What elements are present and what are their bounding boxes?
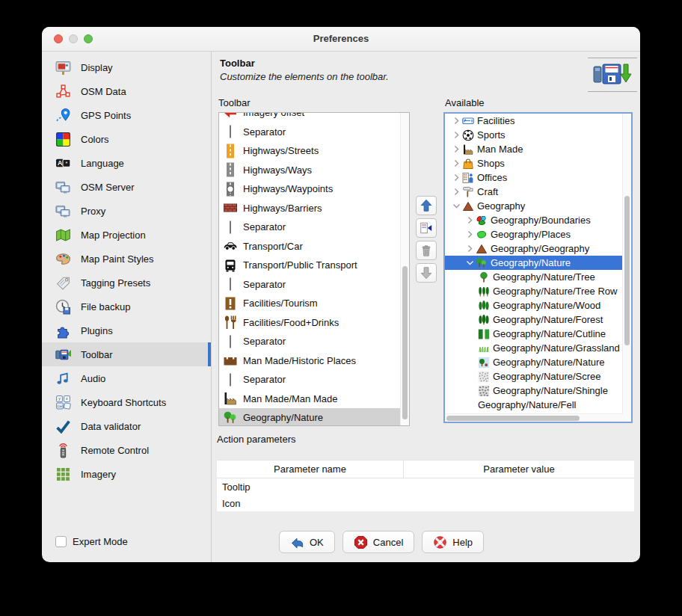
boundaries-icon bbox=[476, 215, 488, 227]
scrollbar-thumb[interactable] bbox=[402, 266, 408, 419]
language-icon: A* bbox=[55, 155, 71, 171]
sidebar-item-map-projection[interactable]: Map Projection bbox=[42, 223, 211, 247]
tree-item-geography-nature-shingle[interactable]: Geography/Nature/Shingle bbox=[445, 384, 631, 398]
toolbar-list-item-transport-public-transport[interactable]: Transport/Public Transport bbox=[219, 256, 409, 275]
move-up-button[interactable] bbox=[416, 196, 437, 215]
sidebar-item-proxy[interactable]: Proxy bbox=[42, 199, 211, 223]
sidebar-item-colors[interactable]: Colors bbox=[42, 127, 211, 151]
toolbar-list-item-label: Highways/Ways bbox=[243, 164, 312, 176]
toolbar-list-item-separator[interactable]: Separator bbox=[219, 123, 409, 142]
sidebar-item-keyboard-shortcuts[interactable]: yxCtrlKeyboard Shortcuts bbox=[42, 390, 211, 414]
sidebar-item-language[interactable]: A*Language bbox=[42, 151, 211, 175]
toolbar-list-item-separator[interactable]: Separator bbox=[219, 370, 409, 389]
sidebar-item-display[interactable]: Display bbox=[42, 55, 211, 79]
sidebar-item-file-backup[interactable]: File backup bbox=[42, 295, 211, 318]
tree-item-label: Geography/Nature/Tree Row bbox=[493, 286, 617, 297]
available-tree-vertical-scrollbar[interactable] bbox=[622, 114, 631, 422]
tree-item-geography-nature-cutline[interactable]: Geography/Nature/Cutline bbox=[445, 327, 631, 341]
toolbar-list-item-man-made-historic-places[interactable]: Man Made/Historic Places bbox=[219, 351, 409, 371]
tree-item-geography-places[interactable]: Geography/Places bbox=[445, 227, 631, 241]
button-label: Help bbox=[452, 537, 473, 548]
help-button[interactable]: Help bbox=[422, 531, 484, 553]
sidebar-item-label: Display bbox=[81, 62, 113, 73]
tree-item-label: Geography/Nature/Grassland bbox=[493, 342, 620, 354]
toolbar-list-item-highways-barriers[interactable]: Highways/Barriers bbox=[219, 199, 409, 218]
tree-item-facilities[interactable]: Facilities bbox=[445, 114, 631, 128]
tree-item-geography-nature-fell[interactable]: Geography/Nature/Fell bbox=[445, 398, 631, 412]
toolbar-list-item-transport-car[interactable]: Transport/Car bbox=[219, 237, 409, 256]
close-window-button[interactable] bbox=[54, 34, 63, 43]
tree-item-geography[interactable]: Geography bbox=[445, 199, 631, 213]
scrollbar-thumb[interactable] bbox=[446, 416, 580, 421]
expert-mode-checkbox[interactable] bbox=[55, 536, 67, 547]
chevron-down-white-icon bbox=[464, 258, 476, 268]
sidebar-item-osm-server[interactable]: OSM Server bbox=[42, 175, 211, 199]
toolbar-list-item-highways-waypoints[interactable]: Highways/Waypoints bbox=[219, 179, 409, 199]
cancel-button[interactable]: Cancel bbox=[342, 531, 414, 553]
sidebar-item-toolbar[interactable]: Toolbar bbox=[42, 342, 211, 366]
tree-item-geography-nature-tree-row[interactable]: Geography/Nature/Tree Row bbox=[445, 284, 631, 298]
file-backup-icon bbox=[55, 299, 71, 315]
sidebar-item-tagging-presets[interactable]: Tagging Presets bbox=[42, 271, 211, 295]
tree-item-shops[interactable]: Shops bbox=[445, 156, 631, 170]
toolbar-list-item-highways-streets[interactable]: Highways/Streets bbox=[219, 141, 409, 161]
sidebar-item-plugins[interactable]: Plugins bbox=[42, 318, 211, 342]
sidebar-item-gps-points[interactable]: GPS Points bbox=[42, 103, 211, 127]
tree-item-geography-nature-grassland[interactable]: Geography/Nature/Grassland bbox=[445, 341, 631, 355]
tree-item-geography-nature[interactable]: Geography/Nature bbox=[445, 256, 631, 270]
titlebar[interactable]: Preferences bbox=[42, 27, 640, 52]
toolbar-large-icon bbox=[588, 58, 637, 92]
toolbar-list-item-highways-ways[interactable]: Highways/Ways bbox=[219, 161, 409, 180]
tree-item-sports[interactable]: Sports bbox=[445, 128, 631, 142]
ok-button[interactable]: OK bbox=[279, 531, 335, 553]
gps-points-icon bbox=[55, 108, 71, 123]
sidebar-item-remote-control[interactable]: Remote Control bbox=[42, 438, 211, 462]
toolbar-list-item-label: Facilities/Tourism bbox=[243, 298, 318, 309]
table-row-icon[interactable]: Icon bbox=[217, 495, 634, 511]
sidebar-item-data-validator[interactable]: Data validator bbox=[42, 414, 211, 438]
toolbar-list-vertical-scrollbar[interactable] bbox=[400, 113, 409, 425]
tree-item-geography-nature-wood[interactable]: Geography/Nature/Wood bbox=[445, 298, 631, 312]
tree-item-geography-nature-scree[interactable]: Geography/Nature/Scree bbox=[445, 369, 631, 384]
tree-item-geography-geography[interactable]: Geography/Geography bbox=[445, 241, 631, 256]
tree-item-craft[interactable]: Craft bbox=[445, 185, 631, 199]
toolbar-list-item-separator[interactable]: Separator bbox=[219, 275, 409, 295]
sidebar-item-map-paint-styles[interactable]: Map Paint Styles bbox=[42, 247, 211, 271]
toolbar-list-item-imagery-offset[interactable]: Imagery offset bbox=[219, 112, 409, 123]
tree-item-geography-nature-nature[interactable]: Geography/Nature/Nature bbox=[445, 355, 631, 369]
remove-button[interactable] bbox=[416, 241, 437, 260]
transfer-buttons bbox=[416, 196, 437, 283]
tree-item-label: Offices bbox=[477, 172, 507, 183]
toolbar-list-item-facilities-tourism[interactable]: Facilities/Tourism bbox=[219, 294, 409, 313]
toolbar-list-item-separator[interactable]: Separator bbox=[219, 218, 409, 237]
toolbar-list-item-label: Facilities/Food+Drinks bbox=[243, 317, 339, 328]
sidebar-item-audio[interactable]: Audio bbox=[42, 366, 211, 390]
sidebar-item-label: Imagery bbox=[81, 469, 116, 480]
sidebar-item-imagery[interactable]: Imagery bbox=[42, 462, 211, 486]
scrollbar-thumb[interactable] bbox=[624, 196, 630, 345]
available-tree-horizontal-scrollbar[interactable] bbox=[445, 413, 623, 422]
toolbar-list-item-geography-nature[interactable]: Geography/Nature bbox=[219, 408, 409, 426]
table-row-tooltip[interactable]: Tooltip bbox=[217, 478, 634, 495]
toolbar-list-item-facilities-food-drinks[interactable]: Facilities/Food+Drinks bbox=[219, 313, 409, 333]
configure-action-button[interactable] bbox=[416, 218, 437, 238]
toolbar-list-item-man-made-man-made[interactable]: Man Made/Man Made bbox=[219, 389, 409, 409]
zoom-window-button[interactable] bbox=[84, 34, 93, 43]
chevron-right-icon bbox=[451, 187, 462, 197]
tree-item-geography-nature-tree[interactable]: Geography/Nature/Tree bbox=[445, 270, 631, 284]
waypoint-icon bbox=[223, 182, 238, 197]
nature-reserve-icon bbox=[478, 357, 490, 369]
move-down-button[interactable] bbox=[416, 263, 437, 283]
svg-text:y: y bbox=[58, 396, 61, 401]
tree-item-man-made[interactable]: Man Made bbox=[445, 142, 631, 156]
toolbar-list-item-separator[interactable]: Separator bbox=[219, 332, 409, 351]
tree-item-geography-boundaries[interactable]: Geography/Boundaries bbox=[445, 213, 631, 227]
sidebar-item-osm-data[interactable]: OSM Data bbox=[42, 79, 211, 103]
tree-item-geography-nature-forest[interactable]: Geography/Nature/Forest bbox=[445, 312, 631, 327]
column-header-parameter-value: Parameter value bbox=[404, 461, 634, 478]
minimize-window-button[interactable] bbox=[69, 34, 78, 43]
table-body: TooltipIcon bbox=[217, 478, 634, 511]
toolbar-list-item-label: Separator bbox=[243, 336, 286, 347]
svg-text:x: x bbox=[66, 396, 68, 401]
tree-item-offices[interactable]: Offices bbox=[445, 170, 631, 185]
